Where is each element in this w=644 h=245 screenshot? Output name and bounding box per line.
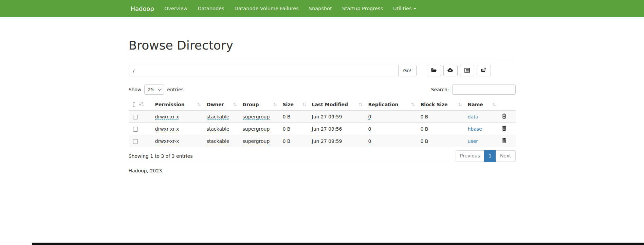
page-title: Browse Directory xyxy=(129,39,516,52)
table-controls: Show 25 entries Search: xyxy=(129,84,516,95)
replication-editable[interactable]: 0 xyxy=(368,138,371,144)
top-navbar: Hadoop Overview Datanodes Datanode Volum… xyxy=(0,0,644,17)
paste-to-folder-button[interactable] xyxy=(477,65,491,76)
owner-editable[interactable]: stackable xyxy=(207,126,229,132)
owner-editable[interactable]: stackable xyxy=(207,114,229,120)
delete-file-button[interactable] xyxy=(502,113,507,120)
folder-open-icon xyxy=(431,68,437,74)
chevron-down-icon xyxy=(413,8,416,10)
nav-item-snapshot[interactable]: Snapshot xyxy=(304,6,337,11)
pagination: Previous 1 Next xyxy=(456,150,516,162)
header-actions xyxy=(499,99,516,110)
group-editable[interactable]: supergroup xyxy=(243,138,270,144)
entries-label: entries xyxy=(167,87,184,92)
header-name[interactable]: Name xyxy=(465,99,499,110)
last-modified-cell: Jun 27 09:59 xyxy=(309,135,366,147)
table-row: drwxr-xr-x stackable supergroup 0 B Jun … xyxy=(129,110,516,123)
header-size[interactable]: Size xyxy=(280,99,309,110)
size-cell: 0 B xyxy=(280,135,309,147)
page-size-select[interactable]: 25 xyxy=(144,84,164,95)
pagination-next[interactable]: Next xyxy=(496,150,516,162)
chevron-down-icon xyxy=(158,87,161,91)
header-permission[interactable]: Permission xyxy=(152,99,204,110)
main-content: Browse Directory Go! xyxy=(124,17,521,173)
sort-toggle-icon[interactable] xyxy=(273,102,277,108)
sort-toggle-icon[interactable] xyxy=(233,102,237,108)
header-last-modified-label: Last Modified xyxy=(312,102,348,107)
group-editable[interactable]: supergroup xyxy=(243,126,270,132)
header-replication-label: Replication xyxy=(368,102,399,107)
header-size-label: Size xyxy=(283,102,294,107)
size-cell: 0 B xyxy=(280,110,309,123)
cloud-upload-icon xyxy=(447,68,454,74)
delete-file-button[interactable] xyxy=(502,126,507,132)
file-action-buttons xyxy=(427,65,491,76)
header-block-size[interactable]: Block Size xyxy=(418,99,465,110)
header-permission-label: Permission xyxy=(155,102,185,107)
sort-toggle-icon[interactable] xyxy=(197,102,201,108)
owner-editable[interactable]: stackable xyxy=(207,138,229,144)
create-directory-button[interactable] xyxy=(427,65,441,76)
sort-toggle-icon[interactable] xyxy=(302,102,306,108)
browser-viewport: Hadoop Overview Datanodes Datanode Volum… xyxy=(0,0,644,245)
sort-toggle-icon[interactable] xyxy=(411,102,415,108)
nav-item-utilities-dropdown[interactable]: Utilities xyxy=(388,6,421,11)
header-select-all[interactable] xyxy=(129,99,152,110)
sort-toggle-icon[interactable] xyxy=(458,102,462,108)
path-bar: Go! xyxy=(129,65,516,76)
nav-item-datanodes[interactable]: Datanodes xyxy=(192,6,229,11)
row-checkbox[interactable] xyxy=(133,139,138,144)
table-header-row: Permission Owner Group Size Last Modifie… xyxy=(129,99,516,110)
header-replication[interactable]: Replication xyxy=(366,99,418,110)
select-all-checkbox[interactable] xyxy=(133,102,135,107)
table-footer: Showing 1 to 3 of 3 entries Previous 1 N… xyxy=(129,150,516,162)
navbar-brand[interactable]: Hadoop xyxy=(129,5,159,12)
file-link[interactable]: user xyxy=(468,138,478,144)
row-checkbox[interactable] xyxy=(133,127,138,132)
page-length-control: Show 25 entries xyxy=(129,84,184,95)
block-size-cell: 0 B xyxy=(418,135,465,147)
go-button[interactable]: Go! xyxy=(398,65,416,76)
nav-item-datanode-volume-failures[interactable]: Datanode Volume Failures xyxy=(229,6,304,11)
permission-editable[interactable]: drwxr-xr-x xyxy=(155,114,179,120)
list-alt-icon xyxy=(464,68,470,74)
header-block-size-label: Block Size xyxy=(421,102,448,107)
header-owner[interactable]: Owner xyxy=(204,99,240,110)
nav-item-utilities-label: Utilities xyxy=(393,6,412,11)
screen-bottom-edge xyxy=(32,243,644,245)
table-row: drwxr-xr-x stackable supergroup 0 B Jun … xyxy=(129,123,516,135)
navbar-container: Hadoop Overview Datanodes Datanode Volum… xyxy=(124,0,521,17)
footer-text: Hadoop, 2023. xyxy=(129,168,516,173)
last-modified-cell: Jun 27 09:59 xyxy=(309,110,366,123)
row-checkbox[interactable] xyxy=(133,115,138,119)
divider xyxy=(129,162,516,162)
sort-toggle-icon[interactable] xyxy=(492,102,496,108)
nav-item-startup-progress[interactable]: Startup Progress xyxy=(337,6,388,11)
permission-editable[interactable]: drwxr-xr-x xyxy=(155,126,179,132)
sort-by-attributes-icon xyxy=(139,102,144,107)
last-modified-cell: Jun 27 09:56 xyxy=(309,123,366,135)
file-link[interactable]: hbase xyxy=(468,126,482,132)
search-input[interactable] xyxy=(452,84,516,95)
file-link[interactable]: data xyxy=(468,114,479,119)
header-last-modified[interactable]: Last Modified xyxy=(309,99,366,110)
group-editable[interactable]: supergroup xyxy=(243,114,270,120)
pagination-previous[interactable]: Previous xyxy=(456,150,484,162)
replication-editable[interactable]: 0 xyxy=(368,114,371,120)
table-row: drwxr-xr-x stackable supergroup 0 B Jun … xyxy=(129,135,516,147)
pagination-page-1[interactable]: 1 xyxy=(484,150,496,162)
replication-editable[interactable]: 0 xyxy=(368,126,371,132)
block-size-cell: 0 B xyxy=(418,110,465,123)
search-label: Search: xyxy=(431,87,449,92)
header-group[interactable]: Group xyxy=(240,99,280,110)
directory-path-input[interactable] xyxy=(129,65,399,76)
permission-editable[interactable]: drwxr-xr-x xyxy=(155,138,179,144)
delete-file-button[interactable] xyxy=(502,138,507,144)
entries-summary: Showing 1 to 3 of 3 entries xyxy=(129,153,193,159)
nav-item-overview[interactable]: Overview xyxy=(159,6,192,11)
sort-toggle-icon[interactable] xyxy=(359,102,363,108)
page-size-value: 25 xyxy=(148,87,154,92)
block-size-cell: 0 B xyxy=(418,123,465,135)
upload-files-button[interactable] xyxy=(443,65,458,76)
set-quota-button[interactable] xyxy=(460,65,474,76)
